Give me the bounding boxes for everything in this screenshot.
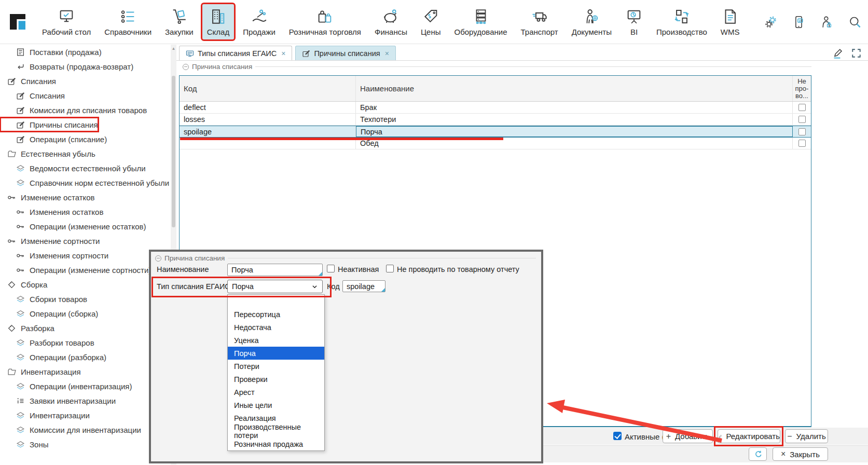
tab-inactive[interactable]: Типы списания ЕГАИС× (179, 46, 292, 60)
sidebar-item[interactable]: Операции (списание) (0, 132, 171, 146)
add-button[interactable]: + Добавить (663, 429, 713, 443)
search-icon[interactable] (848, 15, 862, 29)
sidebar-item[interactable]: Возвраты (продажа-возврат) (0, 59, 171, 74)
nav-item-label: Транспорт (521, 28, 558, 36)
nav-item-person-globe[interactable]: Документы (567, 4, 616, 39)
sidebar-item[interactable]: Списания (0, 88, 171, 103)
dropdown-option[interactable]: Розничная продажа (228, 437, 324, 450)
edit-pencil-icon[interactable] (832, 48, 843, 59)
nav-item-production[interactable]: Производство (652, 4, 712, 39)
sidebar-item[interactable]: Изменения остатков (0, 204, 171, 219)
sidebar-item[interactable]: Заявки инвентаризации (0, 393, 171, 408)
nav-item-retail[interactable]: Розничная торговля (284, 4, 366, 39)
sidebar-item[interactable]: Операции (сборка) (0, 306, 171, 321)
nav-item-label: Закупки (165, 28, 194, 36)
nav-item-sales[interactable]: Продажи (238, 4, 280, 39)
sidebar-item[interactable]: Операции (изменение остатков) (0, 219, 171, 234)
cell-code[interactable]: spoilage (180, 126, 356, 137)
tab-close-icon[interactable]: × (385, 49, 389, 58)
dropdown-option[interactable]: Уценка (228, 334, 324, 347)
user-lock-icon[interactable] (820, 15, 834, 29)
sidebar-item[interactable]: Разборка (0, 321, 171, 335)
sidebar-item[interactable]: Естественная убыль (0, 146, 171, 161)
dropdown-option[interactable]: Потери (228, 360, 324, 373)
no-report-checkbox[interactable] (386, 265, 394, 272)
table-row[interactable]: deflectБрак (180, 102, 811, 114)
code-input[interactable]: spoilage (342, 280, 385, 292)
column-header-flag[interactable]: Не про-во... (793, 76, 811, 101)
dropdown-option[interactable] (228, 295, 324, 308)
sidebar-item[interactable]: Зоны (0, 437, 171, 452)
dialog-collapse-icon[interactable] (155, 255, 161, 262)
egais-type-select[interactable]: Порча (227, 280, 323, 293)
delete-button[interactable]: − Удалить (785, 429, 828, 443)
expand-icon[interactable] (851, 48, 862, 59)
sidebar-item[interactable]: Разборки товаров (0, 335, 171, 350)
row-checkbox[interactable] (798, 140, 806, 147)
dropdown-option[interactable]: Пересортица (228, 308, 324, 321)
sidebar-item[interactable]: Инвентаризации (0, 408, 171, 422)
column-header-name[interactable]: Наименование (356, 76, 793, 101)
active-filter-checkbox[interactable] (613, 432, 622, 440)
dropdown-option[interactable]: Порча (228, 347, 324, 360)
scrollbar-thumb[interactable] (172, 76, 175, 227)
dropdown-option[interactable]: Арест (228, 386, 324, 399)
row-checkbox[interactable] (798, 104, 806, 111)
sidebar-item[interactable]: Поставки (продажа) (0, 45, 171, 59)
sidebar-item[interactable]: Сборки товаров (0, 292, 171, 306)
sidebar-item[interactable]: Операции (инвентаризация) (0, 379, 171, 393)
tab-active[interactable]: Причины списания× (295, 46, 395, 60)
tab-close-icon[interactable]: × (281, 49, 285, 58)
sidebar-item[interactable]: Изменение сортности (0, 234, 171, 248)
nav-item-truck[interactable]: Транспорт (516, 4, 563, 39)
piggy-icon (382, 8, 399, 25)
scroll-up-arrow[interactable]: ▲ (171, 46, 176, 51)
nav-item-equipment[interactable]: Оборудование (450, 4, 512, 39)
sidebar-item[interactable]: Справочник норм естественной убыли (0, 175, 171, 190)
nav-item-presentation[interactable]: BI (621, 4, 647, 39)
cell-name[interactable]: Брак (356, 102, 793, 113)
sidebar-item[interactable]: Операции (разборка) (0, 350, 171, 364)
sidebar-item[interactable]: Инвентаризация (0, 364, 171, 379)
cell-name[interactable]: Порча (356, 126, 793, 137)
cell-code[interactable]: deflect (180, 102, 356, 113)
sidebar-item[interactable]: Изменения сортности (0, 248, 171, 263)
sidebar-item-label: Списания (30, 91, 65, 100)
messages-icon[interactable] (792, 15, 806, 29)
sidebar-item[interactable]: Сборка (0, 277, 171, 292)
table-row[interactable]: spoilageПорча (180, 126, 811, 138)
collapse-icon[interactable] (183, 64, 189, 70)
nav-item-price[interactable]: Цены (416, 4, 446, 39)
sidebar-item[interactable]: Комиссии для инвентаризации (0, 422, 171, 437)
cell-name[interactable]: Техпотери (356, 114, 793, 125)
dropdown-option[interactable]: Производственные потери (228, 425, 324, 437)
nav-item-list[interactable]: Справочники (100, 4, 156, 39)
name-input[interactable]: Порча (227, 264, 323, 276)
close-button[interactable]: × Закрыть (773, 447, 828, 461)
column-header-code[interactable]: Код (180, 76, 356, 101)
dropdown-option[interactable]: Иные цели (228, 399, 324, 412)
sidebar-item[interactable]: Ведомости естественной убыли (0, 161, 171, 175)
refresh-icon (754, 450, 762, 458)
dropdown-option[interactable]: Проверки (228, 373, 324, 386)
nav-item-desktop[interactable]: Рабочий стол (37, 4, 95, 39)
nav-item-piggy[interactable]: Финансы (370, 4, 412, 39)
dropdown-option[interactable]: Недостача (228, 321, 324, 334)
nav-item-building[interactable]: Склад (202, 4, 234, 39)
edit-button[interactable]: Редактировать (718, 429, 780, 443)
sidebar-item[interactable]: Изменение остатков (0, 190, 171, 204)
sidebar-item-label: Изменение остатков (21, 193, 95, 202)
table-row[interactable]: lossesТехпотери (180, 114, 811, 126)
cell-code[interactable]: losses (180, 114, 356, 125)
row-checkbox[interactable] (798, 116, 806, 123)
refresh-button[interactable] (749, 447, 767, 461)
inactive-checkbox[interactable] (327, 265, 335, 272)
settings-icon[interactable] (764, 15, 778, 29)
nav-item-wms[interactable]: WMS (716, 4, 745, 39)
nav-item-cart[interactable]: Закупки (160, 4, 198, 39)
sidebar-item[interactable]: Списания (0, 74, 171, 88)
row-checkbox[interactable] (798, 128, 806, 135)
sidebar-item[interactable]: Причины списания (0, 117, 99, 132)
sidebar-item[interactable]: Операции (изменение сортности) (0, 263, 171, 277)
sidebar-item[interactable]: Комиссии для списания товаров (0, 103, 171, 117)
